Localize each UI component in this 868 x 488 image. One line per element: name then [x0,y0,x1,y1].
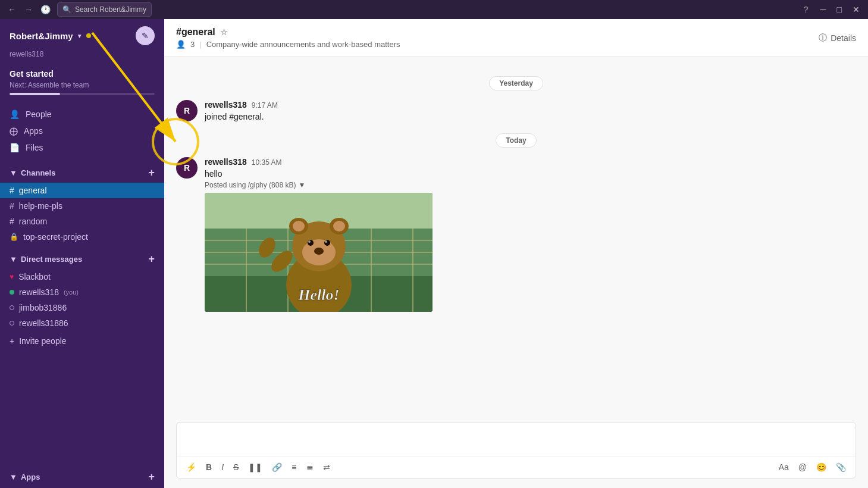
gif-container: Hello! [205,193,433,312]
channel-general[interactable]: # general [0,183,164,198]
add-channel-button[interactable]: + [148,167,155,179]
back-button[interactable]: ← [5,2,19,17]
lightning-button[interactable]: ⚡ [183,460,200,474]
channel-top-secret[interactable]: 🔒 top-secret-project [0,229,164,245]
sidebar-item-apps-label: Apps [24,126,43,136]
bold-button[interactable]: B [202,460,215,474]
dm-header-left: ▼ Direct messages [10,255,82,264]
forward-button[interactable]: → [21,2,36,17]
dm-rewells31886[interactable]: rewells31886 [0,315,164,331]
files-icon: 📄 [10,143,20,152]
input-container: ⚡ B I S ❚❚ 🔗 ≡ ≣ ⇄ Aa @ 😊 📎 [176,422,856,478]
channels-chevron-icon: ▼ [10,168,17,177]
svg-text:Hello!: Hello! [297,286,339,304]
history-button[interactable]: 🕐 [38,2,52,17]
apps-left: ▼ Apps [10,473,40,481]
list-bullet-button[interactable]: ≡ [288,460,300,474]
dm-slackbot[interactable]: ♥ Slackbot [0,269,164,284]
mention-button[interactable]: @ [795,460,810,474]
you-label: (you) [64,289,79,296]
list-number-button[interactable]: ≣ [303,460,317,474]
add-apps-button[interactable]: + [148,471,155,483]
online-indicator [10,290,14,295]
sidebar-nav: 👤 People ⨁ Apps 📄 Files [0,101,164,161]
apps-bottom-label: Apps [21,473,40,481]
dm-rewells318-label: rewells318 [19,287,59,297]
lock-icon: 🔒 [10,233,18,241]
dm-rewells31886-label: rewells31886 [19,318,68,328]
sidebar-item-apps[interactable]: ⨁ Apps [0,123,164,139]
bear-gif-svg: Hello! [205,193,433,312]
titlebar-nav: ← → 🕐 [5,2,52,17]
channels-header-left: ▼ Channels [10,168,55,177]
workspace-chevron-icon: ▼ [77,33,83,39]
search-bar[interactable]: 🔍 Search Robert&Jimmy [57,2,152,17]
compose-button[interactable]: ✎ [136,26,155,45]
titlebar: ← → 🕐 🔍 Search Robert&Jimmy ? ─ □ ✕ [0,0,868,19]
search-text: Search Robert&Jimmy [75,5,146,14]
workspace-name[interactable]: Robert&Jimmy ▼ [10,31,91,41]
message-row-hello: R rewells318 10:35 AM hello Posted using… [176,157,856,312]
sidebar-item-files[interactable]: 📄 Files [0,139,164,156]
chat-header-right: ⓘ Details [819,33,856,43]
maximize-button[interactable]: □ [833,5,845,14]
username-label: rewells318 [10,50,43,58]
message-input[interactable] [177,423,856,456]
sidebar-header: Robert&Jimmy ▼ ✎ [0,19,164,50]
invite-people-item[interactable]: + Invite people [0,333,164,349]
offline-indicator [10,321,14,326]
svg-point-15 [293,221,305,232]
date-divider-yesterday: Yesterday [176,76,856,90]
msg-text-join: joined #general. [205,112,856,121]
svg-point-18 [308,240,314,246]
italic-button[interactable]: I [218,460,227,474]
blockquote-button[interactable]: ❚❚ [245,460,266,474]
dm-jimbob[interactable]: jimbob31886 [0,300,164,315]
close-button[interactable]: ✕ [849,5,863,14]
sidebar-item-people-label: People [26,110,52,119]
titlebar-left: ← → 🕐 🔍 Search Robert&Jimmy [5,2,152,17]
channels-header[interactable]: ▼ Channels + [0,163,164,183]
sidebar-item-people[interactable]: 👤 People [0,106,164,123]
avatar-join: R [176,100,198,121]
channel-random[interactable]: # random [0,214,164,229]
svg-point-21 [325,240,327,243]
get-started-section: Get started Next: Assemble the team [0,63,164,101]
giphy-expand-button[interactable]: ▼ [298,181,305,189]
message-row-join: R rewells318 9:17 AM joined #general. [176,100,856,124]
channel-name-text: #general [176,27,215,37]
format-button[interactable]: Aa [775,460,792,474]
message-header-hello: rewells318 10:35 AM [205,157,856,167]
channel-secret-label: top-secret-project [23,232,88,242]
channel-help-me-pls[interactable]: # help-me-pls [0,198,164,214]
dm-rewells318[interactable]: rewells318 (you) [0,284,164,300]
search-icon: 🔍 [62,5,71,14]
plus-icon: + [10,336,14,346]
svg-point-16 [333,221,345,232]
message-content-hello: rewells318 10:35 AM hello Posted using /… [205,157,856,312]
strikethrough-button[interactable]: S [230,460,242,474]
sidebar: Robert&Jimmy ▼ ✎ rewells318 Get started … [0,19,164,488]
star-icon[interactable]: ☆ [220,27,228,37]
people-icon: 👤 [10,110,20,119]
get-started-title: Get started [10,69,155,79]
dm-jimbob-label: jimbob31886 [19,303,67,312]
channel-general-label: general [19,186,47,195]
add-dm-button[interactable]: + [148,253,155,265]
channel-name-header: #general ☆ [176,27,400,37]
help-button[interactable]: ? [799,2,813,17]
get-started-subtitle: Next: Assemble the team [10,81,155,89]
chat-header: #general ☆ 👤 3 | Company-wide announceme… [164,19,868,57]
details-button[interactable]: ⓘ Details [819,33,856,43]
message-header-join: rewells318 9:17 AM [205,100,856,110]
indent-button[interactable]: ⇄ [319,460,334,474]
offline-indicator [10,305,14,310]
dm-header[interactable]: ▼ Direct messages + [0,249,164,269]
emoji-button[interactable]: 😊 [813,460,830,474]
attach-button[interactable]: 📎 [832,460,850,474]
meta-divider: | [199,40,201,49]
link-button[interactable]: 🔗 [268,460,286,474]
minimize-button[interactable]: ─ [817,5,830,14]
workspace-label: Robert&Jimmy [10,31,73,41]
apps-bottom-section[interactable]: ▼ Apps + [0,466,164,488]
